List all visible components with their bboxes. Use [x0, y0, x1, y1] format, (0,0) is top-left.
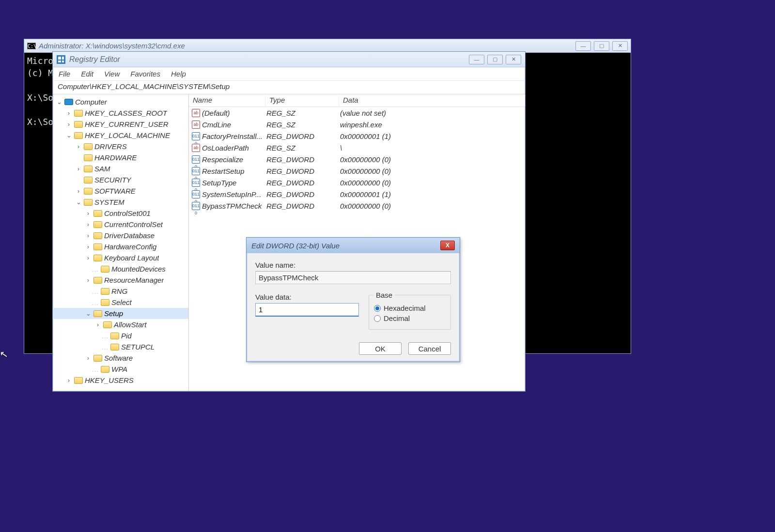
ok-button[interactable]: OK	[359, 342, 402, 355]
dialog-titlebar[interactable]: Edit DWORD (32-bit) Value X	[247, 238, 460, 253]
value-row[interactable]: 011 0RestartSetupREG_DWORD0x00000000 (0)	[189, 165, 525, 177]
tree-label: Select	[111, 298, 132, 306]
col-header-name[interactable]: Name	[189, 94, 265, 106]
value-row[interactable]: ab(Default)REG_SZ(value not set)	[189, 107, 525, 119]
col-header-type[interactable]: Type	[265, 94, 339, 106]
expand-icon[interactable]: ›	[85, 276, 92, 284]
value-row[interactable]: abCmdLineREG_SZwinpeshl.exe	[189, 119, 525, 130]
tree-node[interactable]: …WPA	[53, 364, 188, 375]
collapse-icon[interactable]: ⌄	[75, 198, 82, 206]
tree-node[interactable]: …Select	[53, 297, 188, 308]
tree-node[interactable]: ›ControlSet001	[53, 208, 188, 219]
value-row[interactable]: abOsLoaderPathREG_SZ\	[189, 142, 525, 153]
expand-icon[interactable]: ›	[65, 377, 72, 384]
regedit-title: Registry Editor	[69, 55, 469, 64]
tree-node[interactable]: SECURITY	[53, 174, 188, 185]
menu-help[interactable]: Help	[171, 70, 186, 78]
menu-view[interactable]: View	[104, 70, 120, 78]
menu-file[interactable]: File	[59, 70, 70, 78]
expand-icon[interactable]: ›	[85, 354, 92, 362]
expand-icon[interactable]: ›	[94, 321, 101, 328]
tree-node[interactable]: ›CurrentControlSet	[53, 219, 188, 230]
tree-node[interactable]: …SETUPCL	[53, 341, 188, 352]
value-row[interactable]: 011 0FactoryPreInstall...REG_DWORD0x0000…	[189, 130, 525, 142]
col-header-data[interactable]: Data	[339, 94, 525, 106]
regedit-value-list[interactable]: Name Type Data ab(Default)REG_SZ(value n…	[189, 94, 525, 391]
tree-node[interactable]: …MountedDevices	[53, 263, 188, 274]
tree-node[interactable]: ›HKEY_CLASSES_ROOT	[53, 107, 188, 119]
regedit-close-button[interactable]: ✕	[506, 55, 521, 64]
regedit-maximize-button[interactable]: ▢	[487, 55, 503, 64]
radio-hexadecimal[interactable]: Hexadecimal	[374, 304, 446, 312]
value-data: 0x00000001 (1)	[339, 132, 525, 140]
expand-icon[interactable]: ›	[85, 232, 92, 239]
expand-icon[interactable]: ›	[85, 210, 92, 217]
tree-node[interactable]: ›AllowStart	[53, 319, 188, 330]
tree-node[interactable]: ⌄HKEY_LOCAL_MACHINE	[53, 130, 188, 141]
expand-icon[interactable]: ›	[85, 254, 92, 261]
value-row[interactable]: 011 0RespecializeREG_DWORD0x00000000 (0)	[189, 153, 525, 165]
cmd-minimize-button[interactable]: —	[575, 41, 591, 51]
tree-node[interactable]: …RNG	[53, 286, 188, 297]
radio-hex-icon[interactable]	[374, 305, 381, 312]
dword-value-icon: 011 0	[192, 132, 200, 140]
menu-favorites[interactable]: Favorites	[130, 70, 160, 78]
collapse-icon[interactable]: ⌄	[56, 98, 62, 106]
value-row[interactable]: 011 0SystemSetupInP...REG_DWORD0x0000000…	[189, 188, 525, 200]
tree-node[interactable]: …Pid	[53, 330, 188, 341]
regedit-tree[interactable]: ⌄Computer›HKEY_CLASSES_ROOT›HKEY_CURRENT…	[53, 94, 189, 391]
tree-node[interactable]: ›Keyboard Layout	[53, 252, 188, 263]
edit-dword-dialog: Edit DWORD (32-bit) Value X Value name: …	[246, 237, 460, 362]
tree-label: HARDWARE	[94, 153, 137, 162]
collapse-icon[interactable]: ⌄	[85, 310, 92, 317]
tree-node[interactable]: ›HKEY_USERS	[53, 375, 188, 386]
expand-icon[interactable]: ›	[75, 165, 82, 172]
menu-edit[interactable]: Edit	[81, 70, 93, 78]
base-legend: Base	[374, 291, 394, 299]
collapse-icon[interactable]: ⌄	[65, 132, 72, 139]
tree-node[interactable]: ⌄Computer	[53, 96, 188, 107]
expand-icon[interactable]: ›	[75, 187, 82, 195]
regedit-minimize-button[interactable]: —	[469, 55, 484, 64]
folder-icon	[74, 377, 83, 384]
value-data: (value not set)	[339, 109, 525, 117]
tree-node[interactable]: HARDWARE	[53, 152, 188, 163]
tree-node[interactable]: ›DRIVERS	[53, 141, 188, 152]
value-row[interactable]: 011 0BypassTPMCheckREG_DWORD0x00000000 (…	[189, 200, 525, 212]
value-data-input[interactable]	[255, 303, 359, 317]
expand-icon[interactable]: ›	[75, 143, 82, 150]
tree-node[interactable]: ›HKEY_CURRENT_USER	[53, 119, 188, 130]
value-name: SetupType	[202, 179, 236, 187]
radio-decimal[interactable]: Decimal	[374, 314, 446, 322]
radio-hex-label: Hexadecimal	[384, 304, 426, 312]
cmd-titlebar[interactable]: C:\ Administrator: X:\windows\system32\c…	[24, 39, 631, 53]
expand-icon[interactable]: ›	[65, 109, 72, 117]
tree-node[interactable]: ›ResourceManager	[53, 274, 188, 286]
tree-node[interactable]: ⌄SYSTEM	[53, 197, 188, 208]
tree-node[interactable]: ⌄Setup	[53, 308, 188, 319]
tree-node[interactable]: ›SOFTWARE	[53, 185, 188, 197]
expand-icon[interactable]: ›	[65, 121, 72, 128]
cancel-button[interactable]: Cancel	[408, 342, 451, 355]
dialog-close-button[interactable]: X	[440, 241, 455, 250]
tree-label: DRIVERS	[94, 142, 127, 151]
value-row[interactable]: 011 0SetupTypeREG_DWORD0x00000000 (0)	[189, 177, 525, 188]
cmd-maximize-button[interactable]: ▢	[594, 41, 609, 51]
regedit-window: Registry Editor — ▢ ✕ FileEditViewFavori…	[52, 51, 526, 392]
list-header[interactable]: Name Type Data	[189, 94, 525, 107]
value-name: (Default)	[202, 109, 230, 117]
tree-node[interactable]: ›SAM	[53, 163, 188, 174]
expand-icon[interactable]: ›	[85, 243, 92, 250]
tree-label: WPA	[111, 365, 127, 373]
cmd-close-button[interactable]: ✕	[612, 41, 628, 51]
folder-icon	[93, 232, 102, 239]
tree-node[interactable]: ›DriverDatabase	[53, 230, 188, 241]
tree-node[interactable]: ›Software	[53, 352, 188, 364]
regedit-titlebar[interactable]: Registry Editor — ▢ ✕	[53, 52, 525, 67]
radio-dec-icon[interactable]	[374, 315, 381, 322]
tree-node[interactable]: ›HardwareConfig	[53, 241, 188, 252]
folder-icon	[84, 166, 93, 172]
computer-icon	[64, 99, 73, 105]
regedit-address-bar[interactable]: Computer\HKEY_LOCAL_MACHINE\SYSTEM\Setup	[53, 81, 525, 94]
expand-icon[interactable]: ›	[85, 221, 92, 228]
